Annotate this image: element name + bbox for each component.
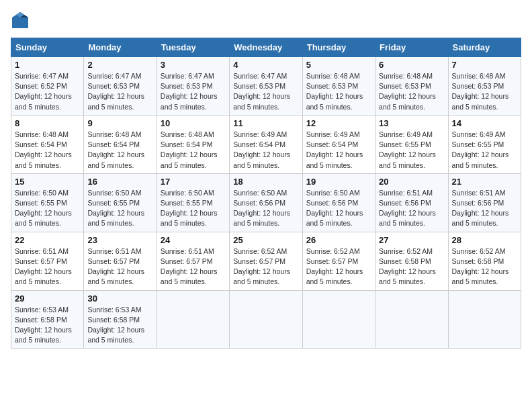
calendar-week-2: 8Sunrise: 6:48 AM Sunset: 6:54 PM Daylig… xyxy=(11,115,521,173)
day-number: 14 xyxy=(452,118,517,128)
day-number: 21 xyxy=(452,177,517,187)
day-info: Sunrise: 6:48 AM Sunset: 6:53 PM Dayligh… xyxy=(306,71,371,112)
calendar-day-23: 23Sunrise: 6:51 AM Sunset: 6:57 PM Dayli… xyxy=(84,232,157,290)
day-number: 13 xyxy=(379,118,444,128)
day-number: 15 xyxy=(15,177,80,187)
day-info: Sunrise: 6:52 AM Sunset: 6:58 PM Dayligh… xyxy=(379,246,444,287)
calendar-day-9: 9Sunrise: 6:48 AM Sunset: 6:54 PM Daylig… xyxy=(84,115,157,173)
calendar-header: SundayMondayTuesdayWednesdayThursdayFrid… xyxy=(11,38,521,57)
day-info: Sunrise: 6:50 AM Sunset: 6:55 PM Dayligh… xyxy=(161,188,226,229)
day-number: 17 xyxy=(161,177,226,187)
day-number: 12 xyxy=(306,118,371,128)
day-number: 2 xyxy=(87,60,152,70)
day-number: 3 xyxy=(161,60,226,70)
day-info: Sunrise: 6:53 AM Sunset: 6:58 PM Dayligh… xyxy=(87,305,152,346)
day-info: Sunrise: 6:47 AM Sunset: 6:53 PM Dayligh… xyxy=(87,71,152,112)
day-info: Sunrise: 6:47 AM Sunset: 6:53 PM Dayligh… xyxy=(161,71,226,112)
day-info: Sunrise: 6:53 AM Sunset: 6:58 PM Dayligh… xyxy=(15,305,80,346)
day-info: Sunrise: 6:48 AM Sunset: 6:53 PM Dayligh… xyxy=(452,71,517,112)
calendar-week-5: 29Sunrise: 6:53 AM Sunset: 6:58 PM Dayli… xyxy=(11,290,521,349)
calendar-day-30: 30Sunrise: 6:53 AM Sunset: 6:58 PM Dayli… xyxy=(84,290,157,349)
day-info: Sunrise: 6:52 AM Sunset: 6:57 PM Dayligh… xyxy=(306,246,371,287)
day-info: Sunrise: 6:48 AM Sunset: 6:54 PM Dayligh… xyxy=(161,130,226,171)
weekday-header-tuesday: Tuesday xyxy=(157,38,229,57)
day-number: 6 xyxy=(379,60,444,70)
day-number: 22 xyxy=(15,235,80,245)
day-number: 24 xyxy=(161,235,226,245)
day-number: 19 xyxy=(306,177,371,187)
empty-cell xyxy=(230,290,302,349)
calendar-day-16: 16Sunrise: 6:50 AM Sunset: 6:55 PM Dayli… xyxy=(84,173,157,232)
day-info: Sunrise: 6:49 AM Sunset: 6:55 PM Dayligh… xyxy=(379,130,444,171)
calendar-day-14: 14Sunrise: 6:49 AM Sunset: 6:55 PM Dayli… xyxy=(448,115,521,173)
day-number: 5 xyxy=(306,60,371,70)
day-number: 8 xyxy=(15,118,80,128)
calendar-day-24: 24Sunrise: 6:51 AM Sunset: 6:57 PM Dayli… xyxy=(157,232,229,290)
day-number: 29 xyxy=(15,293,80,304)
empty-cell xyxy=(448,290,521,349)
logo xyxy=(11,11,32,30)
calendar-body: 1Sunrise: 6:47 AM Sunset: 6:52 PM Daylig… xyxy=(11,57,521,349)
calendar-day-12: 12Sunrise: 6:49 AM Sunset: 6:54 PM Dayli… xyxy=(302,115,375,173)
day-number: 25 xyxy=(233,235,298,245)
calendar-day-3: 3Sunrise: 6:47 AM Sunset: 6:53 PM Daylig… xyxy=(157,57,229,116)
calendar-day-8: 8Sunrise: 6:48 AM Sunset: 6:54 PM Daylig… xyxy=(11,115,84,173)
calendar-week-4: 22Sunrise: 6:51 AM Sunset: 6:57 PM Dayli… xyxy=(11,232,521,290)
calendar-day-7: 7Sunrise: 6:48 AM Sunset: 6:53 PM Daylig… xyxy=(448,57,521,116)
calendar-day-6: 6Sunrise: 6:48 AM Sunset: 6:53 PM Daylig… xyxy=(375,57,448,116)
calendar-day-17: 17Sunrise: 6:50 AM Sunset: 6:55 PM Dayli… xyxy=(157,173,229,232)
weekday-header-wednesday: Wednesday xyxy=(230,38,302,57)
day-info: Sunrise: 6:51 AM Sunset: 6:56 PM Dayligh… xyxy=(379,188,444,229)
day-number: 16 xyxy=(87,177,152,187)
day-info: Sunrise: 6:51 AM Sunset: 6:57 PM Dayligh… xyxy=(161,246,226,287)
calendar-day-21: 21Sunrise: 6:51 AM Sunset: 6:56 PM Dayli… xyxy=(448,173,521,232)
day-number: 1 xyxy=(15,60,80,70)
calendar-table: SundayMondayTuesdayWednesdayThursdayFrid… xyxy=(11,38,521,349)
empty-cell xyxy=(302,290,375,349)
day-info: Sunrise: 6:50 AM Sunset: 6:55 PM Dayligh… xyxy=(15,188,80,229)
day-number: 20 xyxy=(379,177,444,187)
calendar-day-4: 4Sunrise: 6:47 AM Sunset: 6:53 PM Daylig… xyxy=(230,57,302,116)
day-info: Sunrise: 6:47 AM Sunset: 6:52 PM Dayligh… xyxy=(15,71,80,112)
day-number: 27 xyxy=(379,235,444,245)
day-info: Sunrise: 6:49 AM Sunset: 6:54 PM Dayligh… xyxy=(233,130,298,171)
day-number: 23 xyxy=(87,235,152,245)
day-info: Sunrise: 6:49 AM Sunset: 6:54 PM Dayligh… xyxy=(306,130,371,171)
page-header xyxy=(11,11,521,30)
day-info: Sunrise: 6:48 AM Sunset: 6:54 PM Dayligh… xyxy=(87,130,152,171)
calendar-day-13: 13Sunrise: 6:49 AM Sunset: 6:55 PM Dayli… xyxy=(375,115,448,173)
day-info: Sunrise: 6:49 AM Sunset: 6:55 PM Dayligh… xyxy=(452,130,517,171)
calendar-day-11: 11Sunrise: 6:49 AM Sunset: 6:54 PM Dayli… xyxy=(230,115,302,173)
calendar-day-19: 19Sunrise: 6:50 AM Sunset: 6:56 PM Dayli… xyxy=(302,173,375,232)
calendar-day-29: 29Sunrise: 6:53 AM Sunset: 6:58 PM Dayli… xyxy=(11,290,84,349)
empty-cell xyxy=(375,290,448,349)
calendar-day-27: 27Sunrise: 6:52 AM Sunset: 6:58 PM Dayli… xyxy=(375,232,448,290)
day-info: Sunrise: 6:51 AM Sunset: 6:57 PM Dayligh… xyxy=(15,246,80,287)
day-info: Sunrise: 6:47 AM Sunset: 6:53 PM Dayligh… xyxy=(233,71,298,112)
calendar-day-18: 18Sunrise: 6:50 AM Sunset: 6:56 PM Dayli… xyxy=(230,173,302,232)
weekday-header-saturday: Saturday xyxy=(448,38,521,57)
empty-cell xyxy=(157,290,229,349)
day-info: Sunrise: 6:52 AM Sunset: 6:58 PM Dayligh… xyxy=(452,246,517,287)
day-number: 9 xyxy=(87,118,152,128)
weekday-header-sunday: Sunday xyxy=(11,38,84,57)
day-info: Sunrise: 6:48 AM Sunset: 6:53 PM Dayligh… xyxy=(379,71,444,112)
calendar-day-10: 10Sunrise: 6:48 AM Sunset: 6:54 PM Dayli… xyxy=(157,115,229,173)
day-info: Sunrise: 6:50 AM Sunset: 6:56 PM Dayligh… xyxy=(233,188,298,229)
day-number: 7 xyxy=(452,60,517,70)
day-number: 28 xyxy=(452,235,517,245)
calendar-day-22: 22Sunrise: 6:51 AM Sunset: 6:57 PM Dayli… xyxy=(11,232,84,290)
calendar-day-15: 15Sunrise: 6:50 AM Sunset: 6:55 PM Dayli… xyxy=(11,173,84,232)
calendar-day-26: 26Sunrise: 6:52 AM Sunset: 6:57 PM Dayli… xyxy=(302,232,375,290)
calendar-day-1: 1Sunrise: 6:47 AM Sunset: 6:52 PM Daylig… xyxy=(11,57,84,116)
weekday-header-monday: Monday xyxy=(84,38,157,57)
calendar-week-3: 15Sunrise: 6:50 AM Sunset: 6:55 PM Dayli… xyxy=(11,173,521,232)
day-info: Sunrise: 6:52 AM Sunset: 6:57 PM Dayligh… xyxy=(233,246,298,287)
weekday-header-thursday: Thursday xyxy=(302,38,375,57)
day-number: 11 xyxy=(233,118,298,128)
day-number: 18 xyxy=(233,177,298,187)
day-info: Sunrise: 6:50 AM Sunset: 6:56 PM Dayligh… xyxy=(306,188,371,229)
day-number: 26 xyxy=(306,235,371,245)
day-info: Sunrise: 6:51 AM Sunset: 6:56 PM Dayligh… xyxy=(452,188,517,229)
calendar-day-28: 28Sunrise: 6:52 AM Sunset: 6:58 PM Dayli… xyxy=(448,232,521,290)
